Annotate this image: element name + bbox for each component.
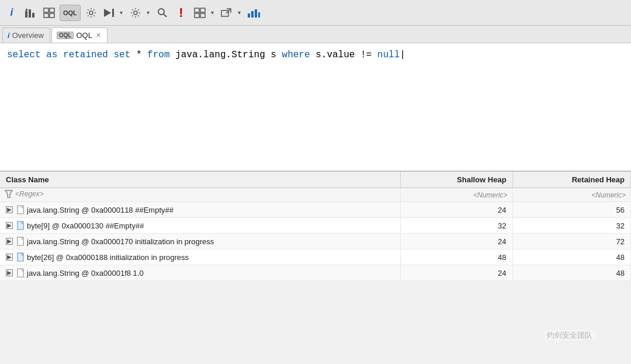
- oql-toolbar-button[interactable]: OQL: [60, 5, 81, 21]
- cell-retained-5: 48: [512, 265, 630, 281]
- col-shallow-heap: Shallow Heap: [400, 172, 512, 188]
- file-blue-icon-4: [17, 252, 25, 262]
- tab-bar: i Overview OQL OQL ✕: [0, 26, 631, 43]
- run-icon[interactable]: [102, 5, 117, 21]
- bar-chart-icon[interactable]: [22, 5, 39, 21]
- expander-4[interactable]: ▶: [6, 254, 13, 261]
- cell-shallow-3: 24: [400, 234, 512, 249]
- table-row: ▶ java.lang.String @ 0xa0000118 ##Empty#…: [0, 202, 631, 218]
- file-white-icon-5: [17, 268, 25, 278]
- tab-oql-label: OQL: [76, 31, 92, 40]
- cell-class-1: ▶ java.lang.String @ 0xa0000118 ##Empty#…: [0, 202, 400, 218]
- results-table: Class Name Shallow Heap Retained Heap <R…: [0, 172, 631, 281]
- grid-layout-icon[interactable]: [41, 5, 57, 21]
- col-class-name: Class Name: [0, 172, 400, 188]
- svg-point-13: [158, 9, 164, 15]
- export1-icon[interactable]: [192, 5, 208, 21]
- export2-button-group: ▾: [219, 5, 243, 21]
- expander-3[interactable]: ▶: [6, 238, 13, 245]
- cell-class-2: ▶ byte[9] @ 0xa0000130 ##Empty##: [0, 218, 400, 234]
- export1-button-group: ▾: [192, 5, 216, 21]
- kw-where: where: [282, 48, 310, 62]
- results-area: Class Name Shallow Heap Retained Heap <R…: [0, 172, 631, 281]
- svg-rect-0: [25, 11, 27, 18]
- cell-shallow-5: 24: [400, 265, 512, 281]
- settings-button-group: ▾: [127, 5, 152, 21]
- tab-overview-i-icon: i: [8, 31, 10, 40]
- svg-rect-11: [112, 9, 114, 17]
- svg-rect-5: [44, 8, 48, 12]
- settings2-icon[interactable]: [127, 5, 144, 21]
- gear-settings-icon[interactable]: [83, 5, 99, 21]
- filter-class[interactable]: <Regex>: [0, 188, 400, 202]
- tab-overview-label: Overview: [12, 31, 44, 40]
- svg-rect-23: [255, 9, 257, 18]
- svg-marker-25: [5, 190, 12, 197]
- classname-java-lang-string: java.lang.String: [175, 48, 265, 62]
- svg-rect-15: [195, 8, 199, 12]
- settings2-dropdown-icon[interactable]: ▾: [145, 5, 152, 21]
- svg-marker-10: [104, 9, 111, 17]
- cell-class-3: ▶ java.lang.String @ 0xa0000170 initiali…: [0, 234, 400, 249]
- watermark-text: 灼剑安全团队: [543, 330, 596, 341]
- oql-query-line: select as retained set * from java.lang.…: [7, 48, 624, 62]
- i-icon[interactable]: i: [4, 5, 20, 21]
- expander-2[interactable]: ▶: [6, 222, 13, 229]
- table-row: ▶ java.lang.String @ 0xa0000170 initiali…: [0, 234, 631, 249]
- filter-retained[interactable]: <Numeric>: [512, 188, 630, 202]
- tab-overview[interactable]: i Overview: [2, 27, 50, 43]
- cell-class-5: ▶ java.lang.String @ 0xa00001f8 1.0: [0, 265, 400, 281]
- svg-point-9: [89, 11, 93, 15]
- heap-stats-icon[interactable]: [245, 5, 262, 21]
- col-retained-heap: Retained Heap: [512, 172, 630, 188]
- var-s: s: [271, 48, 276, 62]
- kw-from: from: [147, 48, 169, 62]
- expander-5[interactable]: ▶: [6, 269, 13, 276]
- file-blue-icon-2: [17, 221, 25, 230]
- svg-rect-19: [221, 11, 228, 16]
- svg-rect-2: [32, 13, 34, 18]
- table-header-row: Class Name Shallow Heap Retained Heap: [0, 172, 631, 188]
- cell-class-4: ▶ byte[26] @ 0xa0000188 initialization i…: [0, 249, 400, 265]
- run-button-group: ▾: [102, 5, 125, 21]
- kw-as: as: [46, 48, 57, 62]
- expander-1[interactable]: ▶: [6, 206, 13, 213]
- svg-rect-16: [200, 8, 205, 12]
- cell-shallow-1: 24: [400, 202, 512, 218]
- svg-rect-1: [29, 9, 31, 18]
- cell-retained-4: 48: [512, 249, 630, 265]
- svg-rect-22: [251, 11, 254, 18]
- table-row: ▶ java.lang.String @ 0xa00001f8 1.0 24 4…: [0, 265, 631, 281]
- cell-retained-3: 72: [512, 234, 630, 249]
- cell-retained-2: 32: [512, 218, 630, 234]
- kw-set: set: [113, 48, 130, 62]
- kw-select: select: [7, 48, 41, 62]
- cell-shallow-2: 32: [400, 218, 512, 234]
- red-exclamation-icon[interactable]: !: [173, 5, 189, 21]
- op-star: *: [136, 48, 142, 62]
- cell-retained-1: 56: [512, 202, 630, 218]
- file-white-icon-3: [17, 237, 25, 246]
- svg-rect-24: [258, 12, 260, 18]
- export2-icon[interactable]: [219, 5, 235, 21]
- file-white-icon-1: [17, 205, 25, 214]
- search-toolbar-icon[interactable]: [154, 5, 171, 21]
- table-row: ▶ byte[9] @ 0xa0000130 ##Empty## 32 32: [0, 218, 631, 234]
- op-neq: !=: [360, 48, 372, 62]
- tab-oql[interactable]: OQL OQL ✕: [51, 27, 108, 43]
- filter-row: <Regex> <Numeric> <Numeric>: [0, 188, 631, 202]
- tab-oql-close-icon[interactable]: ✕: [96, 32, 101, 39]
- kw-null: null: [377, 48, 405, 62]
- svg-rect-18: [200, 13, 205, 18]
- svg-rect-8: [50, 13, 54, 18]
- export2-dropdown-icon[interactable]: ▾: [236, 5, 243, 21]
- cell-shallow-4: 48: [400, 249, 512, 265]
- main-toolbar: i OQL ▾: [0, 0, 631, 26]
- filter-shallow[interactable]: <Numeric>: [400, 188, 512, 202]
- oql-editor[interactable]: select as retained set * from java.lang.…: [0, 43, 631, 172]
- run-dropdown-icon[interactable]: ▾: [118, 5, 125, 21]
- kw-retained: retained: [63, 48, 108, 62]
- export1-dropdown-icon[interactable]: ▾: [209, 5, 216, 21]
- svg-line-14: [164, 14, 167, 17]
- watermark: 灼剑安全团队: [543, 330, 596, 341]
